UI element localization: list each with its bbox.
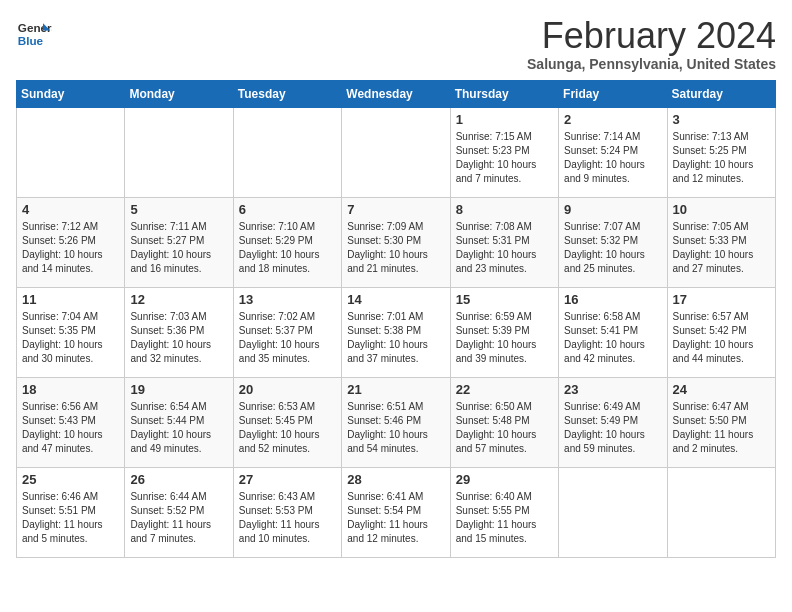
day-number: 12 bbox=[130, 292, 227, 307]
day-info: Sunrise: 7:11 AM Sunset: 5:27 PM Dayligh… bbox=[130, 220, 227, 276]
day-cell: 7Sunrise: 7:09 AM Sunset: 5:30 PM Daylig… bbox=[342, 197, 450, 287]
day-info: Sunrise: 7:05 AM Sunset: 5:33 PM Dayligh… bbox=[673, 220, 770, 276]
day-number: 7 bbox=[347, 202, 444, 217]
day-number: 27 bbox=[239, 472, 336, 487]
day-cell bbox=[17, 107, 125, 197]
day-cell: 15Sunrise: 6:59 AM Sunset: 5:39 PM Dayli… bbox=[450, 287, 558, 377]
week-row-3: 11Sunrise: 7:04 AM Sunset: 5:35 PM Dayli… bbox=[17, 287, 776, 377]
day-number: 5 bbox=[130, 202, 227, 217]
day-info: Sunrise: 6:49 AM Sunset: 5:49 PM Dayligh… bbox=[564, 400, 661, 456]
day-info: Sunrise: 7:09 AM Sunset: 5:30 PM Dayligh… bbox=[347, 220, 444, 276]
header: General Blue February 2024 Salunga, Penn… bbox=[16, 16, 776, 72]
day-cell: 17Sunrise: 6:57 AM Sunset: 5:42 PM Dayli… bbox=[667, 287, 775, 377]
location-subtitle: Salunga, Pennsylvania, United States bbox=[527, 56, 776, 72]
day-info: Sunrise: 6:50 AM Sunset: 5:48 PM Dayligh… bbox=[456, 400, 553, 456]
day-info: Sunrise: 6:46 AM Sunset: 5:51 PM Dayligh… bbox=[22, 490, 119, 546]
day-number: 14 bbox=[347, 292, 444, 307]
day-number: 2 bbox=[564, 112, 661, 127]
day-cell bbox=[233, 107, 341, 197]
calendar-table: SundayMondayTuesdayWednesdayThursdayFrid… bbox=[16, 80, 776, 558]
day-header-monday: Monday bbox=[125, 80, 233, 107]
day-cell bbox=[125, 107, 233, 197]
day-number: 4 bbox=[22, 202, 119, 217]
day-header-saturday: Saturday bbox=[667, 80, 775, 107]
day-cell: 12Sunrise: 7:03 AM Sunset: 5:36 PM Dayli… bbox=[125, 287, 233, 377]
day-header-sunday: Sunday bbox=[17, 80, 125, 107]
day-cell: 1Sunrise: 7:15 AM Sunset: 5:23 PM Daylig… bbox=[450, 107, 558, 197]
day-info: Sunrise: 6:57 AM Sunset: 5:42 PM Dayligh… bbox=[673, 310, 770, 366]
month-title: February 2024 bbox=[527, 16, 776, 56]
day-cell bbox=[667, 467, 775, 557]
day-cell: 8Sunrise: 7:08 AM Sunset: 5:31 PM Daylig… bbox=[450, 197, 558, 287]
day-number: 23 bbox=[564, 382, 661, 397]
day-info: Sunrise: 7:04 AM Sunset: 5:35 PM Dayligh… bbox=[22, 310, 119, 366]
day-info: Sunrise: 6:43 AM Sunset: 5:53 PM Dayligh… bbox=[239, 490, 336, 546]
day-cell: 25Sunrise: 6:46 AM Sunset: 5:51 PM Dayli… bbox=[17, 467, 125, 557]
day-number: 18 bbox=[22, 382, 119, 397]
day-cell: 14Sunrise: 7:01 AM Sunset: 5:38 PM Dayli… bbox=[342, 287, 450, 377]
day-number: 10 bbox=[673, 202, 770, 217]
day-cell: 18Sunrise: 6:56 AM Sunset: 5:43 PM Dayli… bbox=[17, 377, 125, 467]
title-area: February 2024 Salunga, Pennsylvania, Uni… bbox=[527, 16, 776, 72]
day-number: 13 bbox=[239, 292, 336, 307]
day-number: 17 bbox=[673, 292, 770, 307]
day-cell: 13Sunrise: 7:02 AM Sunset: 5:37 PM Dayli… bbox=[233, 287, 341, 377]
day-cell: 11Sunrise: 7:04 AM Sunset: 5:35 PM Dayli… bbox=[17, 287, 125, 377]
day-number: 29 bbox=[456, 472, 553, 487]
svg-text:Blue: Blue bbox=[18, 34, 44, 47]
day-number: 22 bbox=[456, 382, 553, 397]
day-info: Sunrise: 7:14 AM Sunset: 5:24 PM Dayligh… bbox=[564, 130, 661, 186]
day-header-thursday: Thursday bbox=[450, 80, 558, 107]
day-number: 11 bbox=[22, 292, 119, 307]
day-number: 1 bbox=[456, 112, 553, 127]
day-cell bbox=[342, 107, 450, 197]
day-info: Sunrise: 6:41 AM Sunset: 5:54 PM Dayligh… bbox=[347, 490, 444, 546]
day-cell: 5Sunrise: 7:11 AM Sunset: 5:27 PM Daylig… bbox=[125, 197, 233, 287]
day-info: Sunrise: 7:12 AM Sunset: 5:26 PM Dayligh… bbox=[22, 220, 119, 276]
day-info: Sunrise: 6:51 AM Sunset: 5:46 PM Dayligh… bbox=[347, 400, 444, 456]
day-cell: 22Sunrise: 6:50 AM Sunset: 5:48 PM Dayli… bbox=[450, 377, 558, 467]
day-info: Sunrise: 6:58 AM Sunset: 5:41 PM Dayligh… bbox=[564, 310, 661, 366]
day-number: 24 bbox=[673, 382, 770, 397]
day-number: 8 bbox=[456, 202, 553, 217]
day-number: 19 bbox=[130, 382, 227, 397]
week-row-4: 18Sunrise: 6:56 AM Sunset: 5:43 PM Dayli… bbox=[17, 377, 776, 467]
day-number: 28 bbox=[347, 472, 444, 487]
day-cell: 27Sunrise: 6:43 AM Sunset: 5:53 PM Dayli… bbox=[233, 467, 341, 557]
day-number: 26 bbox=[130, 472, 227, 487]
day-info: Sunrise: 7:01 AM Sunset: 5:38 PM Dayligh… bbox=[347, 310, 444, 366]
day-cell: 19Sunrise: 6:54 AM Sunset: 5:44 PM Dayli… bbox=[125, 377, 233, 467]
day-cell: 21Sunrise: 6:51 AM Sunset: 5:46 PM Dayli… bbox=[342, 377, 450, 467]
day-info: Sunrise: 7:08 AM Sunset: 5:31 PM Dayligh… bbox=[456, 220, 553, 276]
day-number: 3 bbox=[673, 112, 770, 127]
day-info: Sunrise: 6:44 AM Sunset: 5:52 PM Dayligh… bbox=[130, 490, 227, 546]
day-cell: 9Sunrise: 7:07 AM Sunset: 5:32 PM Daylig… bbox=[559, 197, 667, 287]
day-number: 21 bbox=[347, 382, 444, 397]
day-info: Sunrise: 7:07 AM Sunset: 5:32 PM Dayligh… bbox=[564, 220, 661, 276]
day-info: Sunrise: 7:03 AM Sunset: 5:36 PM Dayligh… bbox=[130, 310, 227, 366]
week-row-1: 1Sunrise: 7:15 AM Sunset: 5:23 PM Daylig… bbox=[17, 107, 776, 197]
day-cell: 4Sunrise: 7:12 AM Sunset: 5:26 PM Daylig… bbox=[17, 197, 125, 287]
day-cell: 28Sunrise: 6:41 AM Sunset: 5:54 PM Dayli… bbox=[342, 467, 450, 557]
day-number: 16 bbox=[564, 292, 661, 307]
day-info: Sunrise: 6:54 AM Sunset: 5:44 PM Dayligh… bbox=[130, 400, 227, 456]
day-number: 6 bbox=[239, 202, 336, 217]
week-row-5: 25Sunrise: 6:46 AM Sunset: 5:51 PM Dayli… bbox=[17, 467, 776, 557]
day-info: Sunrise: 7:13 AM Sunset: 5:25 PM Dayligh… bbox=[673, 130, 770, 186]
day-info: Sunrise: 6:53 AM Sunset: 5:45 PM Dayligh… bbox=[239, 400, 336, 456]
day-info: Sunrise: 6:59 AM Sunset: 5:39 PM Dayligh… bbox=[456, 310, 553, 366]
header-row: SundayMondayTuesdayWednesdayThursdayFrid… bbox=[17, 80, 776, 107]
logo-icon: General Blue bbox=[16, 16, 52, 52]
day-header-friday: Friday bbox=[559, 80, 667, 107]
day-info: Sunrise: 7:15 AM Sunset: 5:23 PM Dayligh… bbox=[456, 130, 553, 186]
day-info: Sunrise: 7:02 AM Sunset: 5:37 PM Dayligh… bbox=[239, 310, 336, 366]
day-cell: 26Sunrise: 6:44 AM Sunset: 5:52 PM Dayli… bbox=[125, 467, 233, 557]
day-cell: 2Sunrise: 7:14 AM Sunset: 5:24 PM Daylig… bbox=[559, 107, 667, 197]
day-cell: 20Sunrise: 6:53 AM Sunset: 5:45 PM Dayli… bbox=[233, 377, 341, 467]
day-cell: 3Sunrise: 7:13 AM Sunset: 5:25 PM Daylig… bbox=[667, 107, 775, 197]
day-cell bbox=[559, 467, 667, 557]
day-info: Sunrise: 6:40 AM Sunset: 5:55 PM Dayligh… bbox=[456, 490, 553, 546]
week-row-2: 4Sunrise: 7:12 AM Sunset: 5:26 PM Daylig… bbox=[17, 197, 776, 287]
day-header-wednesday: Wednesday bbox=[342, 80, 450, 107]
day-cell: 23Sunrise: 6:49 AM Sunset: 5:49 PM Dayli… bbox=[559, 377, 667, 467]
